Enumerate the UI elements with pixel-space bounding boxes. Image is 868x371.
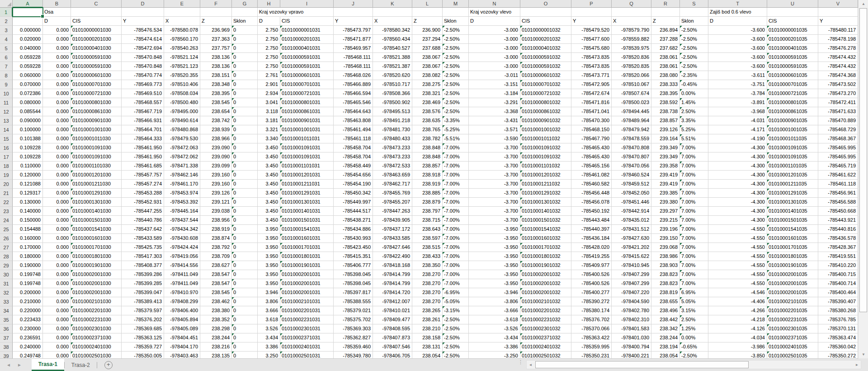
cell-Q37[interactable]: -978401.030 [612,333,651,342]
cell-C6[interactable]: 01010000591030 [71,53,122,62]
column-header-M[interactable]: M [443,0,469,8]
cell-P7[interactable]: -785473.835 [571,62,612,71]
cell-O6[interactable]: 01010000591032 [520,53,571,62]
cell-P33[interactable]: -785390.272 [571,297,612,306]
cell-J8[interactable]: -785468.026 [334,71,373,80]
cell-S21[interactable]: 7.00% [680,189,708,198]
cell-S36[interactable]: 1.25% [680,324,708,333]
cell-B20[interactable]: 0.000 [43,180,71,189]
cell-Q30[interactable]: -978407.299 [612,270,651,279]
cell-M1[interactable] [443,8,469,17]
cell-H32[interactable]: 3.946 [258,288,280,297]
cell-K5[interactable]: -978540.527 [373,44,412,53]
cell-O37[interactable]: 01010002371032 [520,333,571,342]
cell-M4[interactable]: -2.50% [443,35,469,44]
cell-U24[interactable]: 01010001501035 [767,216,818,225]
cell-G24[interactable]: 0 [232,216,258,225]
cell-D16[interactable]: -785461.950 [122,143,164,152]
cell-Q5[interactable]: -978539.975 [612,44,651,53]
cell-I2[interactable]: CIS [280,17,334,26]
cell-I18[interactable]: 01010001101031 [280,162,334,171]
cell-I13[interactable]: 01010000901031 [280,116,334,125]
cell-F15[interactable]: 238.966 [200,134,232,143]
column-header-V[interactable]: V [818,0,858,8]
cell-K22[interactable]: -978455.207 [373,198,412,207]
row-header-9[interactable]: 9 [0,80,13,89]
cell-R16[interactable]: 239.349 [651,143,680,152]
cell-H7[interactable]: 2.750 [258,62,280,71]
cell-S33[interactable]: 5.05% [680,297,708,306]
cell-V27[interactable]: -785428.367 [818,243,858,252]
row-header-16[interactable]: 16 [0,143,13,152]
cell-U20[interactable]: 01010001211035 [767,180,818,189]
cell-Q19[interactable]: -978460.524 [612,171,651,180]
cell-U14[interactable]: 01010001001035 [767,125,818,134]
cell-K24[interactable]: -978439.905 [373,216,412,225]
cell-I32[interactable]: 01010002001031 [280,288,334,297]
cell-V16[interactable]: -785465.995 [818,143,858,152]
cell-P28[interactable]: -785419.255 [571,252,612,261]
cell-O18[interactable]: 01010001101032 [520,162,571,171]
cell-U23[interactable]: 01010001401035 [767,207,818,216]
cell-J28[interactable]: -785415.351 [334,252,373,261]
cell-B27[interactable]: 0.000 [43,243,71,252]
cell-L4[interactable]: 237.294 [412,35,443,44]
cell-E37[interactable]: -978404.451 [164,333,200,342]
cell-V4[interactable]: -785478.198 [818,35,858,44]
cell-N39[interactable]: -3.250 [469,352,520,358]
column-header-E[interactable]: E [164,0,200,8]
cell-E19[interactable]: -978462.146 [164,171,200,180]
cell-N21[interactable]: -3.700 [469,189,520,198]
cell-U6[interactable]: 01010000591035 [767,53,818,62]
cell-R4[interactable]: 237.288 [651,35,680,44]
cell-O36[interactable]: 01010002301032 [520,324,571,333]
cell-F8[interactable]: 238.151 [200,71,232,80]
cell-U7[interactable]: 01010000591035 [767,62,818,71]
cell-E27[interactable]: -978424.424 [164,243,200,252]
cell-A38[interactable]: 0.240000 [13,342,43,352]
cell-H23[interactable]: 3.450 [258,207,280,216]
cell-Q25[interactable]: -978431.512 [612,225,651,234]
cell-I12[interactable]: 01010000861031 [280,107,334,116]
cell-P11[interactable]: -785471.816 [571,98,612,107]
cell-K16[interactable]: -978473.233 [373,143,412,152]
cell-C4[interactable]: 01010000201030 [71,35,122,44]
cell-G8[interactable]: 0 [232,71,258,80]
cell-M24[interactable]: -7.00% [443,216,469,225]
cell-I10[interactable]: 01010000721031 [280,89,334,98]
cell-Q23[interactable]: -978442.914 [612,207,651,216]
cell-E34[interactable]: -978406.400 [164,306,200,315]
cell-H25[interactable]: 3.950 [258,225,280,234]
cell-N8[interactable]: -3.011 [469,71,520,80]
cell-K31[interactable]: -978414.799 [373,279,412,288]
cell-J16[interactable]: -785458.704 [334,143,373,152]
row-header-28[interactable]: 28 [0,252,13,261]
cell-V33[interactable]: -785390.407 [818,297,858,306]
cell-C21[interactable]: 01010001291030 [71,189,122,198]
cell-A22[interactable]: 0.130000 [13,198,43,207]
cell-I5[interactable]: 01010000401031 [280,44,334,53]
row-header-23[interactable]: 23 [0,207,13,216]
cell-C28[interactable]: 01010001801030 [71,252,122,261]
cell-F14[interactable]: 238.939 [200,125,232,134]
cell-K38[interactable]: -978407.546 [373,342,412,352]
cell-M13[interactable]: -3.35% [443,116,469,125]
cell-F27[interactable]: 238.792 [200,243,232,252]
cell-V5[interactable]: -785476.278 [818,44,858,53]
cell-V35[interactable]: -785376.785 [818,315,858,324]
cell-R27[interactable]: 239.068 [651,243,680,252]
cell-O34[interactable]: 01010002201032 [520,306,571,315]
cell-A19[interactable]: 0.120000 [13,171,43,180]
cell-V34[interactable]: -785380.268 [818,306,858,315]
cell-Q17[interactable]: -978470.807 [612,152,651,162]
cell-O39[interactable]: 01010002501032 [520,352,571,358]
row-header-27[interactable]: 27 [0,243,13,252]
cell-C14[interactable]: 01010001001030 [71,125,122,134]
cell-D39[interactable]: -785350.005 [122,352,164,358]
column-header-B[interactable]: B [43,0,71,8]
cell-C7[interactable]: 01010000591030 [71,62,122,71]
group-header-B1[interactable]: Osa [43,8,71,17]
cell-I24[interactable]: 01010001501031 [280,216,334,225]
cell-T3[interactable]: -3.600 [708,26,767,35]
cell-B18[interactable]: 0.000 [43,162,71,171]
